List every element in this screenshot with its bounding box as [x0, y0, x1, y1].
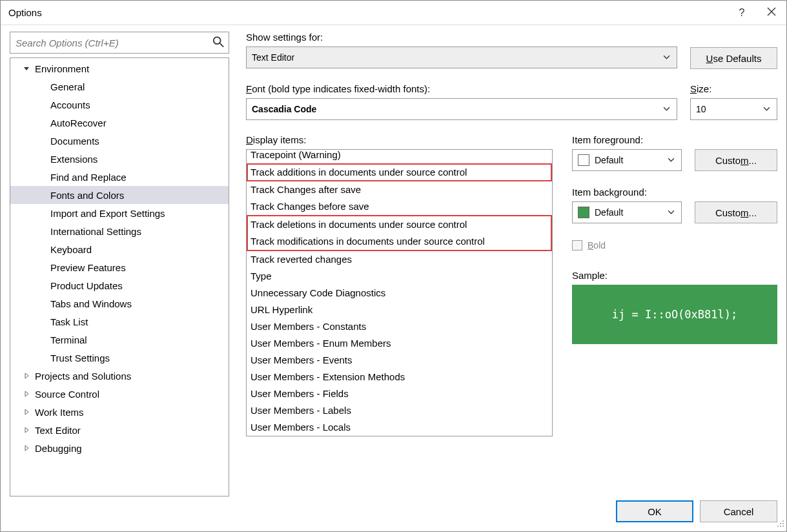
tree-item-international-settings[interactable]: International Settings — [10, 222, 229, 240]
close-button[interactable] — [757, 1, 786, 25]
help-button[interactable]: ? — [727, 1, 757, 25]
tree-item-tabs-and-windows[interactable]: Tabs and Windows — [10, 294, 229, 312]
tree-item-trust-settings[interactable]: Trust Settings — [10, 349, 229, 367]
size-select[interactable]: 10 — [690, 98, 777, 120]
display-item[interactable]: User Members - Fields — [247, 385, 552, 402]
tree-item-label: Source Control — [35, 389, 99, 400]
item-foreground-select[interactable]: Default — [572, 149, 682, 171]
tree-item-task-list[interactable]: Task List — [10, 312, 229, 331]
sample-label: Sample: — [572, 270, 777, 281]
search-icon — [212, 36, 224, 50]
tree-item-label: Fonts and Colors — [50, 190, 124, 201]
tree-item-label: Trust Settings — [50, 353, 110, 363]
display-items-listbox[interactable]: Tracepoint (Error)Tracepoint (Warning)Tr… — [246, 149, 553, 436]
display-item[interactable]: Track Changes after save — [247, 181, 552, 198]
display-item[interactable]: User Members - Locals — [247, 419, 552, 436]
tree-item-work-items[interactable]: Work Items — [10, 403, 229, 421]
foreground-swatch — [578, 154, 589, 166]
display-item[interactable]: Track Changes before save — [247, 198, 552, 215]
tree-item-label: General — [50, 81, 85, 92]
size-label: Size: — [690, 83, 777, 94]
tree-item-label: Environment — [35, 63, 89, 74]
dialog-footer: OK Cancel — [1, 496, 786, 526]
tree-item-label: Work Items — [35, 407, 84, 418]
tree-item-label: Extensions — [50, 154, 97, 165]
display-item[interactable]: Type — [247, 268, 552, 285]
chevron-right-icon — [22, 371, 31, 380]
display-item[interactable]: User Members - Constants — [247, 318, 552, 335]
sample-preview: ij = I::oO(0xB81l); — [572, 285, 777, 344]
display-item[interactable]: User Members - Labels — [247, 402, 552, 419]
resize-grip-icon[interactable] — [775, 518, 784, 529]
bold-checkbox[interactable]: Bold — [572, 240, 777, 251]
display-item[interactable]: URL Hyperlink — [247, 302, 552, 318]
item-background-select[interactable]: Default — [572, 201, 682, 223]
tree-item-label: Import and Export Settings — [50, 208, 165, 219]
display-item[interactable]: Track deletions in documents under sourc… — [248, 216, 551, 233]
svg-point-5 — [780, 526, 781, 527]
tree-item-projects-and-solutions[interactable]: Projects and Solutions — [10, 367, 229, 385]
item-background-value: Default — [595, 207, 623, 218]
tree-item-general[interactable]: General — [10, 77, 229, 96]
tree-item-debugging[interactable]: Debugging — [10, 439, 229, 457]
show-settings-select[interactable]: Text Editor — [246, 46, 677, 68]
tree-item-text-editor[interactable]: Text Editor — [10, 421, 229, 439]
ok-button[interactable]: OK — [616, 500, 693, 522]
tree-item-preview-features[interactable]: Preview Features — [10, 258, 229, 276]
highlighted-group: Track deletions in documents under sourc… — [247, 215, 552, 251]
tree-item-environment[interactable]: Environment — [10, 59, 229, 77]
chevron-right-icon — [22, 444, 31, 453]
cancel-button[interactable]: Cancel — [700, 500, 777, 522]
tree-item-product-updates[interactable]: Product Updates — [10, 276, 229, 294]
tree-item-label: Accounts — [50, 99, 90, 110]
item-foreground-value: Default — [595, 155, 623, 165]
display-item[interactable]: Tracepoint (Warning) — [247, 149, 552, 163]
display-item[interactable]: Track additions in documents under sourc… — [247, 163, 552, 181]
chevron-down-icon — [663, 104, 670, 114]
tree-item-label: Documents — [50, 136, 99, 147]
tree-item-keyboard[interactable]: Keyboard — [10, 240, 229, 258]
tree-item-import-and-export-settings[interactable]: Import and Export Settings — [10, 204, 229, 222]
options-tree[interactable]: EnvironmentGeneralAccountsAutoRecoverDoc… — [10, 57, 229, 496]
font-select[interactable]: Cascadia Code — [246, 98, 677, 120]
tree-item-source-control[interactable]: Source Control — [10, 385, 229, 403]
chevron-down-icon — [22, 64, 31, 73]
item-foreground-label: Item foreground: — [572, 134, 777, 145]
use-defaults-button[interactable]: Use Defaults — [690, 47, 777, 69]
chevron-right-icon — [22, 407, 31, 416]
display-items-label: Display items: — [246, 134, 553, 145]
display-item[interactable]: Unnecessary Code Diagnostics — [247, 285, 552, 302]
tree-item-label: Terminal — [50, 334, 87, 345]
tree-item-label: Debugging — [35, 443, 82, 454]
custom-background-button[interactable]: Custom... — [695, 201, 777, 223]
display-item[interactable]: User Members - Events — [247, 352, 552, 369]
chevron-down-icon — [763, 104, 770, 114]
chevron-right-icon — [22, 389, 31, 398]
window-title: Options — [8, 7, 42, 18]
display-item[interactable]: Track modifications in documents under s… — [248, 233, 551, 250]
tree-item-label: Task List — [50, 316, 88, 327]
search-input[interactable] — [10, 32, 229, 54]
tree-item-accounts[interactable]: Accounts — [10, 96, 229, 114]
tree-item-find-and-replace[interactable]: Find and Replace — [10, 168, 229, 186]
display-item[interactable]: Track reverted changes — [247, 251, 552, 268]
tree-item-label: Find and Replace — [50, 172, 127, 183]
tree-item-label: Preview Features — [50, 262, 126, 273]
tree-item-label: Text Editor — [35, 425, 81, 436]
tree-item-autorecover[interactable]: AutoRecover — [10, 114, 229, 132]
tree-item-label: Tabs and Windows — [50, 298, 132, 309]
svg-point-3 — [782, 523, 784, 524]
svg-point-0 — [214, 37, 221, 44]
show-settings-label: Show settings for: — [246, 32, 677, 43]
display-item[interactable]: User Members - Extension Methods — [247, 369, 552, 385]
tree-item-terminal[interactable]: Terminal — [10, 331, 229, 349]
custom-foreground-button[interactable]: Custom... — [695, 149, 777, 171]
tree-item-documents[interactable]: Documents — [10, 132, 229, 150]
svg-point-6 — [782, 526, 784, 527]
svg-point-2 — [780, 523, 781, 524]
tree-item-label: Product Updates — [50, 280, 123, 291]
display-item[interactable]: User Members - Enum Members — [247, 335, 552, 352]
tree-item-extensions[interactable]: Extensions — [10, 150, 229, 168]
tree-item-fonts-and-colors[interactable]: Fonts and Colors — [10, 186, 229, 204]
svg-point-1 — [782, 520, 784, 522]
